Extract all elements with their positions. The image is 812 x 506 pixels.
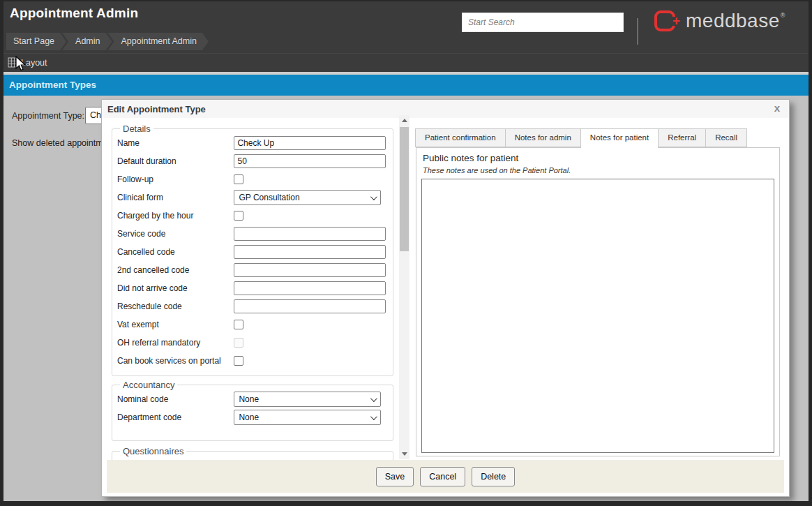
public-notes-subheading: These notes are used on the Patient Port… — [423, 166, 571, 174]
breadcrumb-start-page[interactable]: Start Page — [6, 33, 66, 50]
field-row: Department code None — [117, 408, 393, 426]
chevron-down-icon — [370, 395, 377, 402]
registered-mark: ® — [781, 12, 785, 19]
field-row: Reschedule code — [117, 297, 393, 315]
charged-by-hour-label: Charged by the hour — [117, 207, 231, 225]
save-button[interactable]: Save — [376, 467, 414, 486]
follow-up-checkbox[interactable] — [234, 174, 243, 184]
default-duration-label: Default duration — [117, 152, 231, 170]
notes-tabs: Patient confirmation Notes for admin Not… — [416, 128, 747, 148]
breadcrumb-appointment-admin[interactable]: Appointment Admin — [108, 33, 209, 50]
notes-for-patient-panel: Public notes for patient These notes are… — [416, 147, 780, 456]
cancelled-code-label: Cancelled code — [117, 243, 231, 261]
clinical-form-label: Clinical form — [117, 188, 231, 207]
scroll-up-icon[interactable] — [399, 115, 409, 126]
section-title: Appointment Types — [3, 75, 811, 96]
reschedule-code-label: Reschedule code — [117, 297, 231, 315]
dialog-title: Edit Appointment Type — [107, 104, 206, 114]
can-book-portal-label: Can book services on portal — [117, 352, 231, 370]
brand-name: meddbase® — [686, 10, 785, 32]
chevron-down-icon — [370, 193, 377, 200]
layout-toolbar: Layout — [3, 53, 811, 72]
mouse-cursor-icon — [15, 56, 27, 73]
follow-up-label: Follow-up — [117, 170, 231, 188]
field-row: Service code — [117, 225, 393, 243]
oh-referral-mandatory-label: OH referral mandatory — [117, 334, 231, 352]
second-cancelled-code-label: 2nd cancelled code — [117, 261, 231, 279]
app-header: Appointment Admin + meddbase® Start Page… — [3, 1, 811, 72]
did-not-arrive-code-input[interactable] — [234, 281, 386, 295]
tab-recall[interactable]: Recall — [705, 128, 747, 147]
field-row: Did not arrive code — [117, 279, 393, 297]
nominal-code-label: Nominal code — [117, 390, 231, 408]
reschedule-code-input[interactable] — [234, 299, 386, 313]
appointment-type-label: Appointment Type: — [12, 111, 84, 121]
section-bar: Appointment Types — [3, 75, 811, 96]
second-cancelled-code-input[interactable] — [234, 263, 386, 277]
clinical-form-select[interactable]: GP Consultation — [234, 190, 381, 205]
field-row: Default duration — [117, 152, 393, 170]
vat-exempt-checkbox[interactable] — [234, 320, 243, 329]
department-code-select[interactable]: None — [234, 410, 381, 425]
service-code-input[interactable] — [234, 227, 386, 241]
header-divider — [637, 18, 638, 45]
brand-logo: + meddbase® — [652, 8, 785, 34]
vat-exempt-label: Vat exempt — [117, 315, 231, 334]
scroll-down-icon[interactable] — [399, 449, 409, 459]
charged-by-the-hour-checkbox[interactable] — [234, 211, 243, 221]
field-row: Clinical form GP Consultation — [117, 188, 393, 207]
field-row: Cancelled code — [117, 243, 393, 261]
field-row: Nominal code None — [117, 390, 393, 408]
details-legend: Details — [120, 124, 153, 134]
tab-patient-confirmation[interactable]: Patient confirmation — [415, 128, 506, 147]
did-not-arrive-code-label: Did not arrive code — [117, 279, 231, 297]
tab-notes-for-admin[interactable]: Notes for admin — [505, 128, 581, 147]
tab-notes-for-patient[interactable]: Notes for patient — [580, 128, 659, 148]
close-icon[interactable]: x — [774, 102, 780, 114]
oh-referral-mandatory-checkbox — [234, 338, 243, 348]
can-book-services-on-portal-checkbox[interactable] — [234, 356, 243, 366]
public-notes-heading: Public notes for patient — [423, 153, 518, 163]
field-row: Follow-up — [117, 170, 393, 188]
dialog-footer: Save Cancel Delete — [107, 460, 784, 493]
field-row: OH referral mandatory — [117, 334, 393, 352]
cancelled-code-input[interactable] — [234, 245, 386, 259]
meddbase-logo-icon: + — [652, 8, 677, 34]
breadcrumb-admin[interactable]: Admin — [62, 33, 112, 50]
left-pane-scrollbar[interactable] — [399, 115, 409, 459]
search-input[interactable] — [462, 13, 624, 32]
accountancy-fieldset: Accountancy Nominal code None Department… — [112, 380, 393, 441]
field-row: Name — [117, 134, 393, 152]
cancel-button[interactable]: Cancel — [420, 467, 465, 486]
name-label: Name — [117, 134, 231, 152]
department-code-label: Department code — [117, 408, 231, 426]
tab-referral[interactable]: Referral — [658, 128, 706, 147]
default-duration-input[interactable] — [234, 154, 386, 168]
delete-button[interactable]: Delete — [472, 467, 515, 486]
field-row: Can book services on portal — [117, 352, 393, 370]
nominal-code-select[interactable]: None — [234, 392, 381, 407]
app-window: Appointment Admin + meddbase® Start Page… — [0, 0, 812, 506]
scrollbar-thumb[interactable] — [400, 127, 409, 251]
edit-appointment-type-dialog: Edit Appointment Type x Details Name Def… — [101, 99, 790, 497]
questionnaires-legend: Questionnaires — [120, 446, 186, 456]
service-code-label: Service code — [117, 225, 231, 243]
details-fieldset: Details Name Default duration Follow-up … — [112, 124, 393, 376]
name-input[interactable] — [234, 136, 386, 150]
field-row: Vat exempt — [117, 315, 393, 334]
show-deleted-label: Show deleted appointmen — [12, 138, 113, 148]
accountancy-legend: Accountancy — [120, 380, 177, 390]
field-row: Charged by the hour — [117, 207, 393, 225]
breadcrumb: Start Page Admin Appointment Admin — [6, 33, 209, 50]
page-title: Appointment Admin — [10, 6, 138, 21]
public-notes-textarea[interactable] — [421, 179, 774, 453]
chevron-down-icon — [370, 413, 377, 420]
field-row: 2nd cancelled code — [117, 261, 393, 279]
